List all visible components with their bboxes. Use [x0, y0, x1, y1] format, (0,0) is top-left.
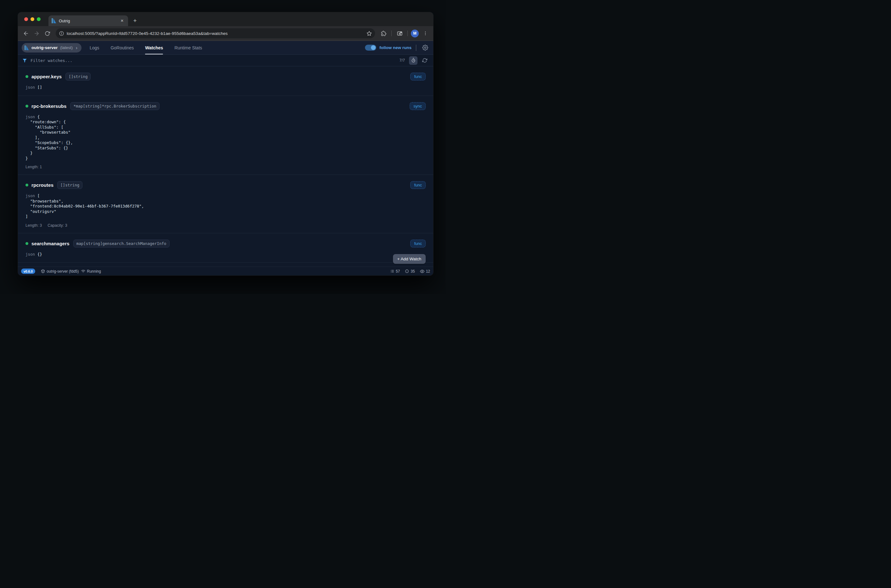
length-label: Length: 3 — [26, 223, 42, 228]
run-name: outrig-server — [32, 45, 57, 50]
app-header: outrig-server (latest) › Logs GoRoutines… — [18, 41, 433, 55]
watch-meta: Length: 3 Capacity: 3 — [26, 223, 426, 228]
watch-filter-bar: 7/7 — [18, 55, 433, 66]
window-controls — [24, 17, 41, 21]
list-lines-icon — [390, 269, 394, 273]
watch-count-value: 12 — [426, 269, 430, 273]
browser-window: Outrig ✕ + localhost:5005/?appRunId=fdd5… — [18, 12, 433, 276]
watch-json-value: json {} — [26, 252, 426, 257]
watch-type-badge: []string — [65, 73, 91, 81]
watch-list: apppeer.keys []string func json [] rpc-b… — [18, 66, 433, 267]
tab-title: Outrig — [59, 18, 117, 23]
address-bar[interactable]: localhost:5005/?appRunId=fdd57720-0e45-4… — [56, 28, 375, 38]
watch-count-indicator: 7/7 — [400, 58, 405, 63]
statusbar-connection: Running — [81, 269, 101, 273]
watch-entry-searchmanagers: searchmanagers map[string]gensearch.Sear… — [18, 233, 433, 263]
watch-name: searchmanagers — [32, 241, 69, 246]
watch-name: apppeer.keys — [32, 74, 62, 79]
forward-arrow-icon — [34, 30, 40, 36]
follow-new-runs-toggle[interactable] — [365, 45, 376, 51]
url-text[interactable]: localhost:5005/?appRunId=fdd57720-0e45-4… — [67, 31, 362, 36]
watch-entry-rpc-brokersubs: rpc-brokersubs *map[string]*rpc.BrokerSu… — [18, 96, 433, 175]
statusbar-counts: 57 35 12 — [390, 269, 430, 273]
chevron-right-icon: › — [76, 45, 77, 50]
star-icon — [367, 31, 372, 36]
log-count-value: 57 — [396, 269, 400, 273]
watch-kind-badge[interactable]: func — [410, 181, 426, 189]
watch-count[interactable]: 12 — [420, 269, 430, 273]
toolbar-divider — [407, 30, 408, 36]
search-panel-icon — [397, 30, 403, 36]
app-run-selector[interactable]: outrig-server (latest) › — [22, 43, 81, 52]
browser-menu-button[interactable] — [421, 28, 430, 38]
json-prefix: json — [26, 114, 38, 119]
status-dot-icon — [26, 75, 28, 78]
status-dot-icon — [26, 105, 28, 108]
status-dot-icon — [26, 184, 28, 186]
minimize-window-button[interactable] — [30, 17, 34, 21]
watch-entry-apppeer-keys: apppeer.keys []string func json [] — [18, 66, 433, 96]
toolbar-right-icons: M — [379, 28, 430, 38]
goroutine-count[interactable]: 35 — [405, 269, 415, 273]
add-watch-button[interactable]: + Add Watch — [393, 254, 426, 264]
version-badge[interactable]: v0.6.0 — [21, 268, 35, 274]
capacity-label: Capacity: 3 — [48, 223, 67, 228]
zoom-window-button[interactable] — [37, 17, 41, 21]
forward-button[interactable] — [32, 28, 41, 38]
statusbar-app[interactable]: outrig-server (fdd5) — [41, 269, 79, 273]
back-arrow-icon — [23, 30, 29, 36]
filter-funnel-icon — [23, 58, 27, 63]
filter-watches-input[interactable] — [30, 58, 397, 63]
watch-kind-badge[interactable]: func — [410, 240, 426, 248]
watch-type-badge: *map[string]*rpc.BrokerSubscription — [70, 102, 159, 110]
watch-kind-badge[interactable]: sync — [410, 102, 426, 110]
extensions-button[interactable] — [379, 28, 388, 38]
browser-toolbar: localhost:5005/?appRunId=fdd57720-0e45-4… — [18, 26, 433, 41]
profile-avatar[interactable]: M — [411, 30, 419, 38]
circle-dot-icon — [405, 269, 409, 273]
watch-type-badge: []string — [57, 181, 83, 189]
search-tabs-panel-button[interactable] — [395, 28, 404, 38]
close-window-button[interactable] — [24, 17, 28, 21]
site-info-icon[interactable] — [59, 31, 64, 36]
app-header-right: follow new runs — [365, 41, 430, 54]
browser-tab-strip: Outrig ✕ + — [18, 12, 433, 26]
json-body: {} — [38, 252, 42, 256]
reload-button[interactable] — [42, 28, 52, 38]
watch-meta: Length: 1 — [26, 165, 426, 169]
status-dot-icon — [26, 242, 28, 245]
new-tab-button[interactable]: + — [131, 16, 140, 25]
back-button[interactable] — [21, 28, 30, 38]
bookmark-star-button[interactable] — [365, 29, 373, 38]
statusbar-app-label: outrig-server (fdd5) — [47, 269, 79, 273]
watch-name: rpcroutes — [32, 182, 54, 188]
outrig-logo — [24, 45, 29, 50]
tab-watches[interactable]: Watches — [145, 41, 163, 54]
length-label: Length: 1 — [26, 165, 42, 169]
browser-tab-outrig[interactable]: Outrig ✕ — [48, 15, 128, 26]
app-tabs: Logs GoRoutines Watches Runtime Stats — [90, 41, 202, 54]
watch-type-badge: map[string]gensearch.SearchManagerInfo — [73, 240, 170, 248]
settings-button[interactable] — [421, 44, 430, 52]
wifi-icon — [81, 269, 85, 273]
refresh-watches-button[interactable] — [420, 56, 429, 65]
watch-entry-rpcroutes: rpcroutes []string func json [ "browsert… — [18, 175, 433, 233]
json-prefix: json — [26, 252, 38, 256]
tab-runtime-stats[interactable]: Runtime Stats — [174, 41, 202, 54]
reload-icon — [45, 31, 50, 36]
watch-kind-badge[interactable]: func — [410, 73, 426, 81]
watch-json-value: json { "route:down": { "AllSubs": [ "bro… — [26, 114, 426, 161]
gear-icon — [422, 45, 428, 51]
tab-logs[interactable]: Logs — [90, 41, 99, 54]
statusbar-state-label: Running — [87, 269, 101, 273]
watch-name: rpc-brokersubs — [32, 104, 66, 109]
refresh-icon — [422, 58, 427, 63]
tab-goroutines[interactable]: GoRoutines — [110, 41, 134, 54]
watch-json-value: json [ "browsertabs", "frontend:8c04ab02… — [26, 194, 426, 219]
kebab-menu-icon — [423, 31, 428, 36]
log-count[interactable]: 57 — [390, 269, 400, 273]
auto-refresh-timer-button[interactable] — [409, 56, 418, 65]
json-prefix: json — [26, 194, 38, 198]
watch-json-value: json [] — [26, 85, 426, 90]
tab-close-icon[interactable]: ✕ — [119, 18, 125, 24]
